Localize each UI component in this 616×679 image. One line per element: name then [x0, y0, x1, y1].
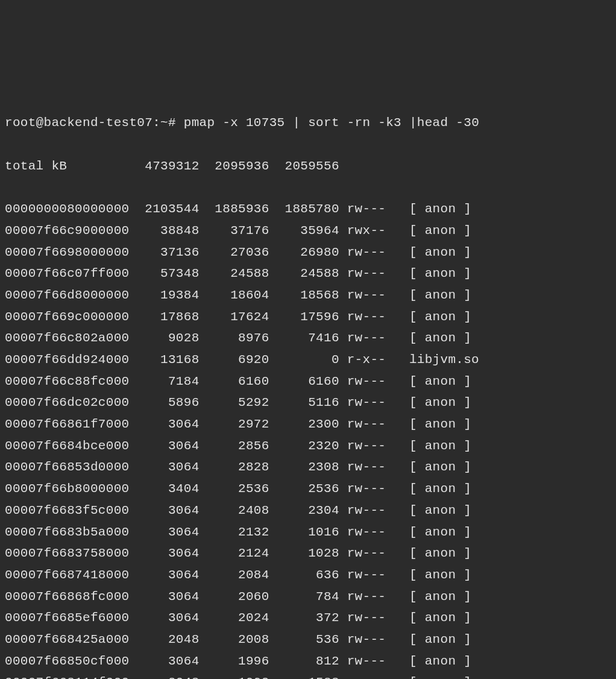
pmap-row: 00007f66c802a000 9028 8976 7416 rw--- [ … — [5, 327, 611, 349]
terminal-output: root@backend-test07:~# pmap -x 10735 | s… — [5, 91, 611, 679]
pmap-row: 00007f669c000000 17868 17624 17596 rw---… — [5, 306, 611, 328]
shell-prompt: root@backend-test07:~# — [5, 116, 184, 130]
pmap-row: 0000000080000000 2103544 1885936 1885780… — [5, 198, 611, 220]
command-text: pmap -x 10735 | sort -rn -k3 |head -30 — [184, 116, 479, 130]
pmap-row: 00007f66dc02c000 5896 5292 5116 rw--- [ … — [5, 392, 611, 414]
pmap-row: 00007f66c88fc000 7184 6160 6160 rw--- [ … — [5, 371, 611, 393]
pmap-rows: 0000000080000000 2103544 1885936 1885780… — [5, 198, 611, 679]
pmap-row: 00007f66853d0000 3064 2828 2308 rw--- [ … — [5, 456, 611, 478]
pmap-row: 00007f66d8000000 19384 18604 18568 rw---… — [5, 285, 611, 306]
pmap-row: 00007f6683f5c000 3064 2408 2304 rw--- [ … — [5, 500, 611, 522]
total-row: total kB 4739312 2095936 2059556 — [5, 156, 611, 177]
pmap-row: 00007f668425a000 2048 2008 536 rw--- [ a… — [5, 629, 611, 651]
pmap-row: 00007f66c07ff000 57348 24588 24588 rw---… — [5, 263, 611, 285]
pmap-row: 00007f6687418000 3064 2084 636 rw--- [ a… — [5, 564, 611, 586]
pmap-row: 00007f6684bce000 3064 2856 2320 rw--- [ … — [5, 435, 611, 457]
pmap-row: 00007f66861f7000 3064 2972 2300 rw--- [ … — [5, 414, 611, 435]
pmap-row: 00007f6698000000 37136 27036 26980 rw---… — [5, 242, 611, 264]
pmap-row: 00007f66c9000000 38848 37176 35964 rwx--… — [5, 220, 611, 242]
pmap-row: 00007f66850cf000 3064 1996 812 rw--- [ a… — [5, 651, 611, 672]
pmap-row: 00007f66dd924000 13168 6920 0 r-x-- libj… — [5, 349, 611, 371]
pmap-row: 00007f66868fc000 3064 2060 784 rw--- [ a… — [5, 586, 611, 608]
pmap-row: 00007f6683758000 3064 2124 1028 rw--- [ … — [5, 543, 611, 564]
pmap-row: 00007f66b8000000 3404 2536 2536 rw--- [ … — [5, 478, 611, 500]
pmap-row: 00007f6683b5a000 3064 2132 1016 rw--- [ … — [5, 522, 611, 543]
command-line: root@backend-test07:~# pmap -x 10735 | s… — [5, 112, 611, 134]
pmap-row: 00007f668114f000 2048 1992 1588 rw--- [ … — [5, 672, 611, 679]
pmap-row: 00007f6685ef6000 3064 2024 372 rw--- [ a… — [5, 607, 611, 629]
